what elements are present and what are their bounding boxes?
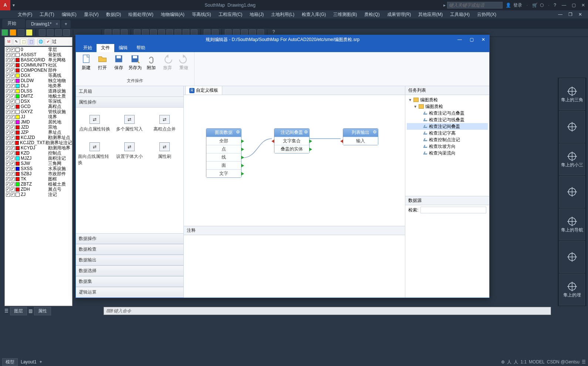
layer-visible-checkbox[interactable] [6, 110, 10, 114]
flow-node-source[interactable]: 图面数据⚙ 全部 点 线 面 文字 [206, 128, 241, 178]
dlg-close-button[interactable]: ✕ [477, 35, 489, 44]
layer-lock-checkbox[interactable] [11, 63, 15, 67]
tool-icon[interactable] [47, 29, 54, 36]
menu-item[interactable]: 成果管理(R) [384, 11, 414, 18]
ribbon-tab[interactable]: 帮助 [132, 44, 150, 52]
side-tool-tile[interactable]: 隼上的三角 [559, 78, 585, 110]
layer-lock-checkbox[interactable] [11, 193, 15, 197]
layer-color-swatch[interactable] [16, 172, 20, 176]
menu-item[interactable]: 地籍(J) [247, 11, 267, 18]
tool-icon[interactable] [1, 29, 8, 36]
layer-color-swatch[interactable] [16, 120, 20, 124]
flow-canvas[interactable]: 图面数据⚙ 全部 点 线 面 文字 注记间叠盖⚙ 文字集合 叠盖的实体 列表输出… [184, 95, 405, 226]
layer-lock-checkbox[interactable] [11, 58, 15, 62]
tree-row[interactable]: 检查注记与线叠盖 [407, 116, 488, 123]
layer-row[interactable]: GXYZ管线设施 [5, 109, 72, 114]
layer-lock-checkbox[interactable] [11, 182, 15, 186]
ribbon-button-新建[interactable]: 新建 [79, 54, 94, 71]
layer-visible-checkbox[interactable] [6, 74, 10, 78]
dialog-titlebar[interactable]: 规则编辑器 - D:/SouthMap/SouthMap For AutoCAD… [76, 35, 489, 44]
layer-visible-checkbox[interactable] [6, 58, 10, 62]
acad-user-area[interactable]: 👤 登录 · 🛒 ⬡ · ? [503, 2, 559, 9]
layer-visible-checkbox[interactable] [6, 120, 10, 124]
datasource-search-input[interactable] [420, 207, 486, 213]
layer-visible-checkbox[interactable] [6, 79, 10, 83]
panel-tab-icon[interactable]: ▥ [28, 308, 33, 314]
tool-icon[interactable] [26, 29, 33, 36]
layer-lock-checkbox[interactable] [11, 79, 15, 83]
layer-visible-checkbox[interactable] [6, 115, 10, 119]
close-tab-icon[interactable]: × [55, 21, 58, 27]
layer-row[interactable]: ZBTZ植被土质 [5, 182, 72, 187]
layer-row[interactable]: MJZJ面积注记 [5, 156, 72, 161]
layer-color-swatch[interactable] [16, 79, 20, 83]
gear-icon[interactable]: ⚙ [236, 129, 240, 134]
ribbon-button-打开[interactable]: 打开 [95, 54, 110, 71]
annotation-body[interactable] [184, 235, 405, 298]
layer-color-swatch[interactable] [16, 68, 20, 72]
flow-node-output[interactable]: 列表输出⚙ 输入 [343, 128, 378, 145]
layer-lock-checkbox[interactable] [11, 99, 15, 104]
menu-item[interactable]: 三维测图(B) [330, 11, 360, 18]
layer-visible-checkbox[interactable] [6, 151, 10, 155]
status-item[interactable]: ⊕ [501, 359, 505, 365]
menu-item[interactable]: 等高线(S) [189, 11, 214, 18]
lp-icon[interactable]: ✔ [45, 38, 51, 45]
layer-row[interactable]: ZJ注记 [5, 192, 72, 197]
layer-lock-checkbox[interactable] [11, 151, 15, 155]
layer-color-swatch[interactable] [16, 74, 20, 78]
ribbon-tab[interactable]: 编辑 [114, 44, 132, 52]
tree-row[interactable]: 检查坎坡方向 [407, 143, 488, 150]
lp-icon[interactable]: ✎ [13, 38, 20, 45]
layer-lock-checkbox[interactable] [11, 156, 15, 160]
layer-panel[interactable]: 0零层ASSIST骨架线BASICGRID单元网格COMMUNITY社区COMP… [4, 47, 72, 306]
layer-lock-checkbox[interactable] [11, 74, 15, 78]
command-line[interactable]: ⌨ 键入命令 [104, 307, 551, 315]
cart-icon[interactable]: 🛒 [532, 3, 538, 8]
layer-color-swatch[interactable] [16, 99, 20, 104]
ribbon-tab[interactable]: 开始 [79, 44, 97, 52]
toolbox-accordion[interactable]: 数据选择 [76, 265, 183, 276]
layer-visible-checkbox[interactable] [6, 136, 10, 140]
layer-color-swatch[interactable] [16, 94, 20, 98]
layer-lock-checkbox[interactable] [11, 105, 15, 109]
layer-row[interactable]: KCYDJ勘测用地界 [5, 145, 72, 150]
layer-visible-checkbox[interactable] [6, 156, 10, 160]
layer-color-swatch[interactable] [15, 141, 19, 145]
help-icon[interactable]: ? [554, 3, 556, 8]
layer-color-swatch[interactable] [16, 110, 20, 114]
side-tool-tile[interactable]: 隼上的埋 [559, 274, 585, 305]
layer-color-swatch[interactable] [16, 105, 20, 109]
menu-item[interactable]: 土地利用(L) [268, 11, 297, 18]
layer-visible-checkbox[interactable] [6, 125, 10, 129]
gear-icon[interactable]: ⚙ [304, 129, 308, 134]
toolbox-accordion[interactable]: 数据操作 [76, 233, 183, 244]
layer-row[interactable]: COMMUNITY社区 [5, 62, 72, 68]
dlg-maximize-button[interactable]: ▢ [466, 35, 477, 44]
status-item[interactable]: ☰ [582, 359, 586, 365]
menu-item[interactable]: 绘图处理(W) [125, 11, 156, 18]
layer-row[interactable]: SZBJ市政部件 [5, 171, 72, 176]
close-button[interactable]: ✕ [578, 0, 588, 10]
ribbon-button-附加[interactable]: 附加 [144, 54, 159, 71]
toolbox-accordion[interactable]: 数据检查 [76, 244, 183, 255]
layer-color-swatch[interactable] [16, 84, 20, 88]
tree-row[interactable]: ▾编图质检 [407, 103, 488, 110]
layer-color-swatch[interactable] [16, 136, 20, 140]
tool-icon[interactable] [39, 29, 45, 36]
tree-row[interactable]: 检查注记与点叠盖 [407, 110, 488, 116]
layer-row[interactable]: BASICGRID单元网格 [5, 57, 72, 62]
layer-color-swatch[interactable] [16, 156, 20, 160]
toolbox-accordion[interactable]: 数据输出 [76, 255, 183, 265]
panel-tab-props[interactable]: 属性 [34, 307, 51, 315]
layer-lock-checkbox[interactable] [11, 136, 15, 140]
lp-icon[interactable]: 🌐 [37, 38, 44, 45]
layer-color-swatch[interactable] [16, 53, 20, 57]
layer-visible-checkbox[interactable] [6, 84, 10, 88]
layer-lock-checkbox[interactable] [11, 115, 15, 119]
task-tree[interactable]: ▾编图质检▾编图质检检查注记与点叠盖检查注记与线叠盖检查注记间叠盖检查注记字高检… [405, 95, 489, 196]
layer-visible-checkbox[interactable] [6, 94, 10, 98]
layer-visible-checkbox[interactable] [6, 162, 10, 166]
toolbox-item[interactable]: ⇄多个属性写入 [113, 115, 146, 141]
status-item[interactable]: 人 [514, 359, 518, 365]
